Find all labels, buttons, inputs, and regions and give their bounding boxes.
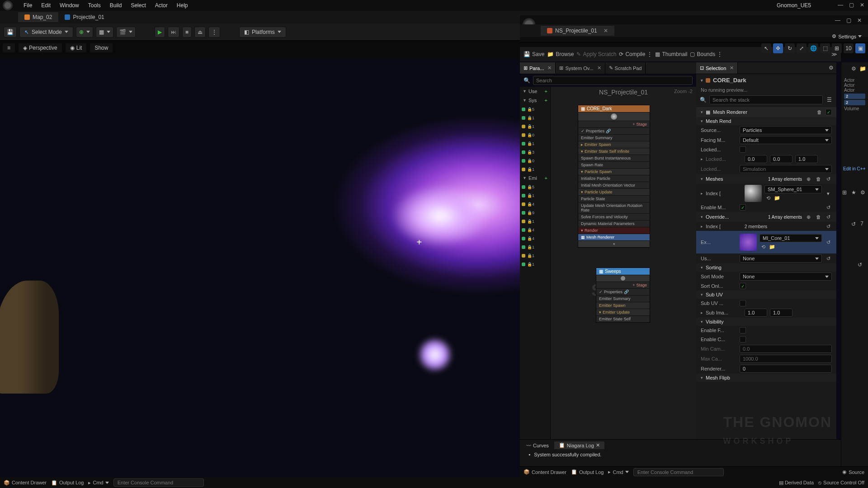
mincam-field[interactable]: 0.0 — [740, 345, 832, 353]
locked-checkbox[interactable] — [740, 146, 746, 153]
outliner-item[interactable]: Actor — [844, 83, 865, 88]
niagara-minimize-button[interactable]: — — [835, 17, 841, 23]
stop-button[interactable]: ■ — [182, 27, 192, 38]
close-icon[interactable]: ✕ — [547, 65, 552, 71]
enablef-checkbox[interactable] — [740, 327, 746, 333]
emitter-core-dark[interactable]: ▦CORE_Dark + Stage ✓ Properties 🔗 Emitte… — [578, 105, 650, 248]
tab-curves[interactable]: 〰 Curves — [522, 441, 553, 449]
overview-row[interactable]: 🔒1 — [520, 191, 550, 200]
sorting-group[interactable]: ▾Sorting — [696, 263, 836, 272]
surface-snap-icon[interactable]: ⬚ — [820, 43, 830, 53]
reset-icon[interactable]: ↺ — [825, 175, 832, 183]
show-button[interactable]: Show — [90, 43, 113, 52]
overview-row[interactable]: 🔒4 — [520, 225, 550, 234]
camera-speed-icon[interactable]: ▣ — [855, 43, 865, 53]
material-thumbnail[interactable] — [740, 234, 757, 251]
content-drawer-button[interactable]: 📦 Content Drawer — [524, 469, 566, 475]
subuv-group[interactable]: ▾Sub UV — [696, 291, 836, 299]
scale-tool-icon[interactable]: ⤢ — [797, 43, 807, 53]
user-params-header[interactable]: ▼Use + — [520, 87, 550, 96]
select-tool-icon[interactable]: ↖ — [761, 43, 771, 53]
trash-icon[interactable]: 🗑 — [815, 175, 822, 183]
niagara-maximize-button[interactable]: ▢ — [845, 17, 852, 23]
menu-file[interactable]: File — [19, 2, 37, 9]
tab-map[interactable]: Map_02 — [18, 12, 58, 22]
menu-select[interactable]: Select — [126, 2, 150, 9]
emitter-sweeps[interactable]: ▦Sweeps + Stage ✓ Properties 🔗 Emitter S… — [596, 267, 650, 323]
renderer-field[interactable]: 0 — [740, 365, 832, 373]
override-group[interactable]: ▾Override... 1 Array elements ⊕ 🗑 ↺ — [696, 212, 836, 222]
thumbnail-button[interactable]: ▦ Thumbnail — [655, 51, 687, 57]
outliner-item[interactable]: Actor — [844, 88, 865, 93]
overview-row[interactable]: 🔒5 — [520, 105, 550, 113]
add-icon[interactable]: ⊕ — [805, 213, 812, 221]
save-button[interactable]: 💾 Save — [524, 51, 544, 57]
translate-tool-icon[interactable]: ✥ — [773, 43, 783, 53]
overview-row[interactable]: 🔒5 — [520, 183, 550, 191]
output-log-button[interactable]: 📋 Output Log — [571, 469, 604, 475]
eject-button[interactable]: ⏏ — [194, 27, 206, 38]
trash-icon[interactable]: 🗑 — [816, 108, 823, 116]
reset-icon[interactable]: ↺ — [850, 221, 857, 228]
tab-selection[interactable]: ⊡ Selection✕ — [696, 62, 738, 74]
globe-icon[interactable]: 🌐 — [808, 43, 818, 53]
reset-icon[interactable]: ↺ — [856, 261, 863, 268]
tab-system-overview[interactable]: ⊞ System Ov...✕ — [556, 62, 605, 74]
overview-row[interactable]: 🔒1 — [520, 122, 550, 131]
search-input[interactable] — [533, 76, 693, 85]
add-button[interactable]: ⊕ — [76, 27, 93, 38]
y-field[interactable]: 0.0 — [770, 155, 793, 163]
overview-row[interactable]: 🔒0 — [520, 131, 550, 139]
mesh-renderer-module[interactable]: ▦ Mesh Renderer — [578, 234, 650, 240]
browse-icon[interactable]: 📁 — [769, 243, 776, 250]
use-icon[interactable]: ⟲ — [760, 243, 767, 250]
reset-icon[interactable]: ↺ — [825, 239, 832, 246]
outliner-item[interactable]: 2 — [844, 94, 865, 99]
maximize-button[interactable]: ▢ — [848, 2, 854, 8]
niagara-close-button[interactable]: ✕ — [856, 17, 863, 23]
mesh-thumbnail[interactable] — [745, 185, 762, 202]
overview-row[interactable]: 🔒1 — [520, 251, 550, 260]
sortmode-dropdown[interactable]: None — [740, 272, 832, 281]
outliner-item[interactable]: 2 — [844, 100, 865, 105]
gear-icon[interactable]: ⚙ — [827, 64, 835, 71]
z-field[interactable]: 1.0 — [795, 155, 818, 163]
cmd-input[interactable] — [633, 468, 724, 476]
material-dropdown[interactable]: MI_Core_01 — [760, 234, 822, 242]
grid-snap-icon[interactable]: ⊞ — [832, 43, 842, 53]
meshes-group[interactable]: ▾Meshes 1 Array elements ⊕ 🗑 ↺ — [696, 174, 836, 184]
play-options-button[interactable]: ⋮ — [208, 27, 220, 38]
overview-row[interactable]: 🔒1 — [520, 139, 550, 148]
enable-checkbox[interactable]: ✓ — [826, 109, 832, 115]
rotate-tool-icon[interactable]: ↻ — [785, 43, 795, 53]
emitter-header[interactable]: ▼Emi + — [520, 174, 550, 183]
snap-value[interactable]: 10 — [844, 43, 854, 53]
apply-scratch-button[interactable]: ✎ Apply Scratch — [576, 51, 616, 57]
source-control-button[interactable]: ⦸ Source Control Off — [818, 480, 864, 486]
subuv-x-field[interactable]: 1.0 — [745, 309, 767, 317]
edit-cpp-link[interactable]: Edit in C++ — [843, 166, 865, 171]
lit-button[interactable]: ◉ Lit — [66, 43, 87, 52]
perspective-button[interactable]: ◈ Perspective — [19, 43, 62, 52]
content-drawer-button[interactable]: 📦 Content Drawer — [4, 480, 47, 486]
close-button[interactable]: ✕ — [859, 2, 865, 8]
meshflip-group[interactable]: ▾Mesh Flipb — [696, 374, 836, 382]
reset-icon[interactable]: ↺ — [825, 255, 832, 262]
bounds-button[interactable]: ▢ Bounds ⋮ — [690, 51, 722, 57]
visibility-group[interactable]: ▾Visibility — [696, 318, 836, 326]
platforms-button[interactable]: ◧ Platforms — [239, 27, 286, 38]
menu-help[interactable]: Help — [172, 2, 193, 9]
enablec-checkbox[interactable] — [740, 336, 746, 343]
marketplace-button[interactable]: ▦ — [96, 27, 113, 38]
stack-search-input[interactable] — [709, 95, 823, 104]
close-tab-icon[interactable]: ✕ — [604, 28, 608, 34]
play-button[interactable]: ▶ — [155, 27, 165, 38]
source-button[interactable]: ◉ Source — [842, 469, 864, 475]
mesh-renderer-header[interactable]: ▾ ▦ Mesh Renderer 🗑 ✓ — [696, 107, 836, 117]
outliner-item[interactable]: Actor — [844, 78, 865, 83]
outliner-item[interactable]: Volume — [844, 106, 865, 111]
reset-icon[interactable]: ↺ — [825, 213, 832, 221]
skip-button[interactable]: ⏭ — [168, 27, 179, 38]
niagara-asset-tab[interactable]: NS_Projectile_01 ✕ — [541, 26, 614, 36]
overview-row[interactable]: 🔒1 — [520, 165, 550, 174]
